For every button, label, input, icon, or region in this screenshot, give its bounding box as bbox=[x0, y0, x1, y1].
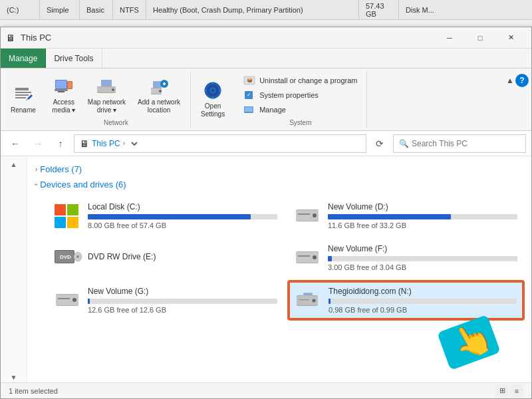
drive-d-bar-bg bbox=[328, 214, 517, 219]
collapse-ribbon: ▲ ? bbox=[506, 74, 529, 87]
breadcrumb-sep: › bbox=[123, 140, 125, 147]
minimize-button[interactable]: ─ bbox=[434, 27, 465, 49]
refresh-button[interactable]: ⟳ bbox=[370, 134, 389, 153]
drive-e-info: DVD RW Drive (E:) bbox=[88, 252, 277, 264]
svg-rect-23 bbox=[164, 82, 165, 85]
drive-g-bar-fill bbox=[88, 299, 90, 304]
breadcrumb-thispc[interactable]: This PC bbox=[92, 139, 120, 148]
open-settings-button[interactable]: OpenSettings bbox=[196, 76, 229, 122]
svg-rect-55 bbox=[299, 299, 309, 301]
col-type: Basic bbox=[80, 0, 113, 19]
map-network-label: Map networkdrive ▾ bbox=[88, 98, 126, 114]
hdd-d-icon bbox=[295, 204, 320, 226]
col-capacity: 57.43 GB bbox=[359, 0, 399, 19]
access-media-button[interactable]: Accessmedia ▾ bbox=[47, 72, 80, 118]
network-drive-icon bbox=[295, 289, 323, 310]
drive-g-free: 12.6 GB free of 12.6 GB bbox=[88, 306, 277, 314]
manage-button[interactable]: Manage bbox=[240, 103, 360, 116]
ribbon-tabs: Manage Drive Tools bbox=[1, 49, 531, 68]
back-button[interactable]: ← bbox=[6, 134, 25, 153]
search-input[interactable] bbox=[412, 139, 520, 148]
drive-d[interactable]: New Volume (D:) 11.6 GB free of 33.2 GB bbox=[289, 198, 523, 234]
drive-d-name: New Volume (D:) bbox=[328, 202, 517, 211]
col-volume: (C:) bbox=[0, 0, 40, 19]
file-list: › Folders (7) › Devices and drives (6) bbox=[27, 156, 531, 382]
svg-rect-1 bbox=[15, 92, 31, 93]
svg-rect-51 bbox=[58, 298, 70, 299]
svg-rect-38 bbox=[298, 213, 310, 215]
manage-icon bbox=[243, 105, 255, 114]
ribbon-group-system: 📦 Uninstall or change a program ✓ System… bbox=[235, 71, 366, 128]
svg-rect-7 bbox=[58, 91, 65, 92]
ribbon-content: Rename bbox=[1, 68, 531, 130]
scroll-up-button[interactable]: ▲ bbox=[9, 159, 19, 170]
svg-point-43 bbox=[76, 255, 79, 258]
up-button[interactable]: ↑ bbox=[51, 134, 70, 153]
col-layout: Simple bbox=[40, 0, 80, 19]
drive-n-free: 0.98 GB free of 0.99 GB bbox=[329, 306, 517, 314]
maximize-button[interactable]: □ bbox=[465, 27, 495, 49]
svg-rect-57 bbox=[304, 293, 312, 295]
drive-c-bar-fill bbox=[88, 214, 251, 219]
drive-e-name: DVD RW Drive (E:) bbox=[88, 252, 277, 261]
folders-section-header[interactable]: › Folders (7) bbox=[35, 162, 523, 177]
svg-rect-47 bbox=[298, 255, 310, 257]
search-box: 🔍 bbox=[393, 134, 526, 153]
svg-point-18 bbox=[159, 90, 162, 92]
drive-d-icon bbox=[295, 204, 321, 228]
drive-c[interactable]: Local Disk (C:) 8.00 GB free of 57.4 GB bbox=[49, 198, 283, 234]
drive-d-bar-fill bbox=[328, 214, 451, 219]
svg-rect-15 bbox=[104, 86, 108, 87]
drive-n-info: Thegioididong.com (N:) 0.98 GB free of 0… bbox=[329, 287, 517, 314]
svg-rect-14 bbox=[102, 80, 111, 86]
svg-rect-33 bbox=[245, 107, 253, 112]
svg-point-50 bbox=[72, 298, 76, 302]
network-group-label: Network bbox=[47, 118, 185, 126]
close-button[interactable]: ✕ bbox=[495, 27, 526, 49]
drive-f[interactable]: New Volume (F:) 3.00 GB free of 3.04 GB bbox=[289, 239, 523, 276]
drive-f-icon bbox=[295, 246, 321, 270]
large-icons-view-button[interactable]: ⊞ bbox=[495, 384, 509, 398]
settings-group-label bbox=[196, 125, 229, 126]
uninstall-button[interactable]: 📦 Uninstall or change a program bbox=[240, 74, 360, 87]
drives-section-header[interactable]: › Devices and drives (6) bbox=[35, 177, 523, 192]
map-network-drive-button[interactable]: Map networkdrive ▾ bbox=[83, 72, 130, 118]
settings-items: OpenSettings bbox=[196, 72, 229, 125]
svg-point-27 bbox=[211, 88, 214, 92]
help-button[interactable]: ? bbox=[515, 74, 529, 87]
drive-n[interactable]: Thegioididong.com (N:) 0.98 GB free of 0… bbox=[289, 281, 523, 319]
rename-button[interactable]: Rename bbox=[6, 80, 41, 118]
drive-g[interactable]: New Volume (G:) 12.6 GB free of 12.6 GB bbox=[49, 281, 283, 319]
ribbon-group-settings: OpenSettings bbox=[191, 71, 235, 128]
window-title: This PC bbox=[21, 33, 51, 43]
drive-f-bar-bg bbox=[328, 256, 517, 261]
forward-button[interactable]: → bbox=[29, 134, 47, 153]
svg-rect-2 bbox=[15, 94, 29, 96]
drive-e-icon: DVD bbox=[55, 246, 81, 270]
system-properties-button[interactable]: ✓ System properties bbox=[240, 88, 360, 102]
title-bar-left: 🖥 This PC bbox=[6, 33, 51, 43]
rename-icon bbox=[13, 84, 34, 105]
ribbon-group-network: Accessmedia ▾ bbox=[42, 71, 191, 128]
svg-text:📦: 📦 bbox=[247, 77, 253, 83]
ribbon-group-rename: Rename bbox=[1, 71, 42, 128]
manage-row: Manage bbox=[243, 105, 286, 114]
sysprop-icon: ✓ bbox=[243, 90, 255, 100]
rename-group-label bbox=[6, 125, 41, 126]
tab-drive-tools[interactable]: Drive Tools bbox=[46, 49, 102, 68]
dvd-icon: DVD bbox=[55, 246, 82, 269]
tab-manage[interactable]: Manage bbox=[1, 49, 46, 68]
scroll-down-button[interactable]: ▼ bbox=[9, 372, 19, 382]
breadcrumb: 🖥 This PC › ∨ bbox=[74, 134, 366, 153]
rename-label: Rename bbox=[11, 106, 36, 114]
collapse-ribbon-button[interactable]: ▲ bbox=[506, 76, 514, 85]
drive-e[interactable]: DVD DVD RW Drive (E:) bbox=[49, 239, 283, 276]
add-network-location-button[interactable]: Add a networklocation bbox=[133, 72, 185, 118]
this-pc-breadcrumb-icon: 🖥 bbox=[80, 138, 89, 149]
breadcrumb-dropdown[interactable]: ∨ bbox=[128, 136, 140, 151]
drive-c-icon bbox=[55, 204, 81, 228]
svg-point-12 bbox=[112, 88, 114, 91]
drive-g-info: New Volume (G:) 12.6 GB free of 12.6 GB bbox=[88, 287, 277, 314]
list-view-button[interactable]: ≡ bbox=[510, 384, 523, 398]
svg-text:DVD: DVD bbox=[60, 254, 71, 260]
